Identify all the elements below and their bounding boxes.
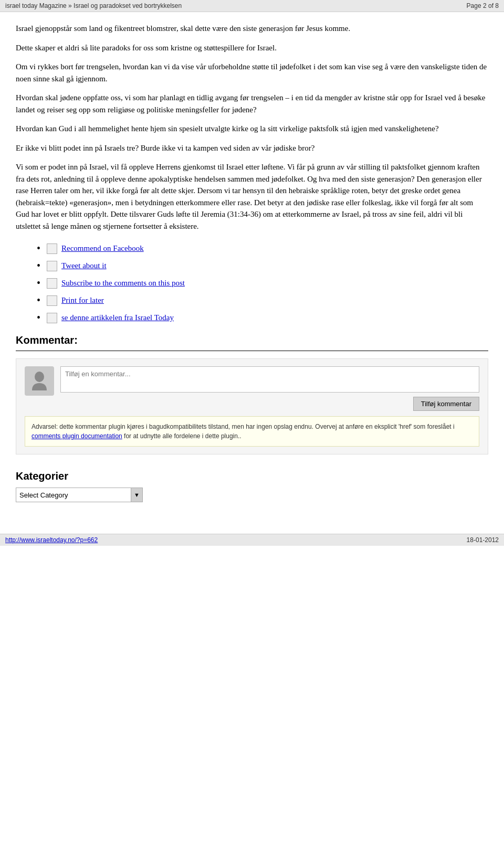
kategorier-title: Kategorier (16, 470, 488, 482)
warning-text-2: for at udnytte alle fordelene i dette pl… (122, 432, 242, 440)
facebook-icon (47, 244, 57, 254)
browser-page: Page 2 of 8 (467, 2, 499, 9)
avatar-silhouette (31, 371, 48, 391)
share-list-item-print: Print for later (37, 294, 488, 306)
article-icon (47, 313, 57, 323)
comment-box-container: Tilføj kommentar Advarsel: dette komment… (16, 358, 488, 454)
article-paragraph-1: Israel gjenoppstår som land og fikentree… (16, 23, 488, 35)
comment-input[interactable] (60, 366, 479, 393)
kommentar-section: Kommentar: Tilføj kommentar Ad (16, 334, 488, 454)
share-list-item-article: se denne artikkelen fra Israel Today (37, 312, 488, 324)
comment-submit-row: Tilføj kommentar (60, 397, 479, 411)
share-list-item-subscribe: Subscribe to the comments on this post (37, 277, 488, 289)
comment-warning: Advarsel: dette kommentar plugin kjøres … (25, 416, 479, 447)
article-paragraph-5: Hvordan kan Gud i all hemmelighet hente … (16, 123, 488, 135)
bottom-bar: http://www.israeltoday.no/?p=662 18-01-2… (0, 534, 504, 546)
svg-point-0 (35, 372, 44, 382)
share-list-item-tweet: Tweet about it (37, 260, 488, 272)
article-paragraph-6: Er ikke vi blitt podet inn på Israels tr… (16, 142, 488, 154)
select-category-container: Select Category ▼ (16, 488, 488, 502)
kategorier-section: Kategorier Select Category ▼ (16, 470, 488, 502)
article-body: Israel gjenoppstår som land og fikentree… (16, 23, 488, 232)
share-list-item-facebook: Recommend on Facebook (37, 242, 488, 255)
footer-url[interactable]: http://www.israeltoday.no/?p=662 (5, 536, 98, 544)
warning-text-1: Advarsel: dette kommentar plugin kjøres … (32, 423, 455, 430)
select-dropdown-arrow[interactable]: ▼ (131, 488, 143, 502)
article-paragraph-3: Om vi rykkes bort før trengselen, hvorda… (16, 61, 488, 84)
main-content: Israel gjenoppstår som land og fikentree… (0, 12, 504, 513)
kommentar-divider (16, 351, 488, 351)
browser-bar: israel today Magazine » Israel og parado… (0, 0, 504, 12)
comment-submit-button[interactable]: Tilføj kommentar (413, 397, 479, 411)
comment-input-area: Tilføj kommentar (60, 366, 479, 411)
article-link[interactable]: se denne artikkelen fra Israel Today (61, 313, 174, 322)
category-select[interactable]: Select Category (16, 488, 131, 502)
twitter-icon (47, 261, 57, 271)
article-paragraph-7: Vi som er podet inn på Israel, vil få op… (16, 161, 488, 232)
article-paragraph-4: Hvordan skal jødene oppfatte oss, vi som… (16, 92, 488, 115)
comment-row: Tilføj kommentar (25, 366, 479, 411)
recommend-facebook-link[interactable]: Recommend on Facebook (61, 244, 144, 253)
print-icon (47, 295, 57, 306)
kommentar-title: Kommentar: (16, 334, 488, 346)
tweet-about-it-link[interactable]: Tweet about it (61, 261, 107, 270)
browser-title: israel today Magazine » Israel og parado… (5, 2, 182, 9)
avatar (25, 366, 54, 396)
warning-link[interactable]: comments plugin documentation (32, 432, 122, 440)
footer-date: 18-01-2012 (467, 536, 499, 544)
subscribe-icon (47, 278, 57, 289)
article-paragraph-2: Dette skaper et aldri så lite paradoks f… (16, 42, 488, 54)
share-list: Recommend on Facebook Tweet about it Sub… (37, 242, 488, 324)
print-for-later-link[interactable]: Print for later (61, 296, 104, 305)
subscribe-comments-link[interactable]: Subscribe to the comments on this post (61, 279, 185, 288)
